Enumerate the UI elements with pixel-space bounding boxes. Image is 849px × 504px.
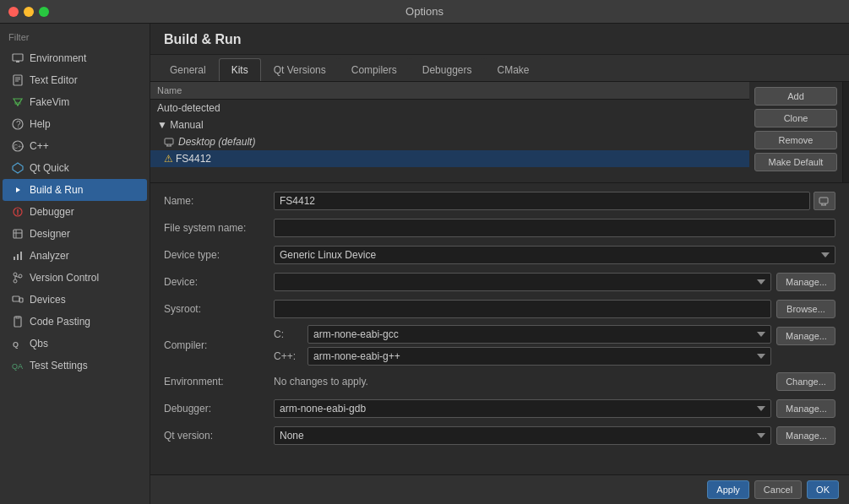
sidebar-item-label: Help bbox=[30, 118, 51, 130]
designer-icon bbox=[11, 227, 24, 241]
bottom-bar: Apply Cancel OK bbox=[150, 474, 849, 504]
sidebar-item-label: Qt Quick bbox=[30, 162, 69, 174]
svg-text:vim: vim bbox=[14, 100, 21, 106]
make-default-button[interactable]: Make Default bbox=[754, 153, 837, 171]
sidebar-item-text-editor[interactable]: Text Editor bbox=[3, 69, 147, 91]
sidebar-item-label: Environment bbox=[30, 52, 86, 64]
sidebar-item-label: Qbs bbox=[30, 338, 48, 350]
sysroot-input[interactable] bbox=[274, 300, 771, 318]
fakevim-icon: vim bbox=[11, 95, 24, 109]
build-icon bbox=[11, 183, 24, 197]
clone-kit-button[interactable]: Clone bbox=[754, 109, 837, 127]
name-field-group bbox=[274, 192, 835, 210]
sidebar-item-version-control[interactable]: Version Control bbox=[3, 267, 147, 289]
file-system-name-input[interactable] bbox=[274, 219, 835, 237]
tab-debuggers[interactable]: Debuggers bbox=[410, 58, 485, 81]
name-input[interactable] bbox=[274, 192, 810, 210]
sidebar-item-test-settings[interactable]: QA Test Settings bbox=[3, 355, 147, 377]
compiler-manage-button[interactable]: Manage... bbox=[776, 327, 835, 345]
svg-text:?: ? bbox=[16, 120, 21, 129]
device-label: Device: bbox=[164, 276, 274, 288]
svg-rect-18 bbox=[14, 230, 22, 238]
sidebar-item-label: Version Control bbox=[30, 272, 99, 284]
svg-rect-31 bbox=[16, 317, 19, 318]
remove-kit-button[interactable]: Remove bbox=[754, 131, 837, 149]
test-settings-icon: QA bbox=[11, 359, 24, 372]
sidebar-item-fakevim[interactable]: vim FakeVim bbox=[3, 91, 147, 113]
svg-rect-28 bbox=[13, 296, 19, 301]
kit-item-auto-detected[interactable]: Auto-detected bbox=[150, 100, 749, 117]
kit-names-panel: Name Auto-detected ▼ Manual Desktop (def… bbox=[150, 82, 749, 182]
tab-cmake[interactable]: CMake bbox=[484, 58, 542, 81]
device-manage-button[interactable]: Manage... bbox=[776, 273, 835, 291]
tab-qt-versions[interactable]: Qt Versions bbox=[261, 58, 339, 81]
file-system-name-row: File system name: bbox=[164, 217, 835, 239]
sidebar-item-build-run[interactable]: Build & Run bbox=[3, 179, 147, 201]
tabs-bar: General Kits Qt Versions Compilers Debug… bbox=[150, 55, 849, 82]
debugger-select[interactable]: arm-none-eabi-gdb bbox=[274, 399, 771, 418]
device-type-row: Device type: Generic Linux Device bbox=[164, 244, 835, 266]
compiler-c-select[interactable]: arm-none-eabi-gcc bbox=[307, 325, 771, 344]
compiler-cpp-select[interactable]: arm-none-eabi-g++ bbox=[307, 347, 771, 366]
ok-button[interactable]: OK bbox=[807, 480, 839, 499]
sidebar-item-debugger[interactable]: Debugger bbox=[3, 201, 147, 223]
tab-kits[interactable]: Kits bbox=[219, 58, 261, 81]
qt-version-select[interactable]: None bbox=[274, 426, 771, 445]
monitor-icon-button[interactable] bbox=[814, 192, 835, 210]
kit-item-desktop[interactable]: Desktop (default) bbox=[150, 133, 749, 150]
sidebar-item-devices[interactable]: Devices bbox=[3, 289, 147, 311]
tab-general[interactable]: General bbox=[157, 58, 219, 81]
svg-point-17 bbox=[17, 214, 19, 215]
add-kit-button[interactable]: Add bbox=[754, 87, 837, 106]
compiler-c-label: C: bbox=[274, 328, 302, 340]
sidebar-item-designer[interactable]: Designer bbox=[3, 223, 147, 245]
sidebar-item-qt-quick[interactable]: Qt Quick bbox=[3, 157, 147, 179]
sidebar-item-code-pasting[interactable]: Code Pasting bbox=[3, 311, 147, 333]
qbs-icon: Q bbox=[11, 337, 24, 350]
compiler-row: Compiler: C: arm-none-eabi-gcc C++: arm-… bbox=[164, 325, 835, 366]
tab-compilers[interactable]: Compilers bbox=[339, 58, 410, 81]
svg-text:C++: C++ bbox=[14, 144, 24, 149]
kit-item-fs4412[interactable]: ⚠FS4412 bbox=[150, 150, 749, 167]
window-controls[interactable] bbox=[8, 7, 49, 17]
maximize-button[interactable] bbox=[39, 7, 49, 17]
sidebar-item-cpp[interactable]: C++ C++ bbox=[3, 135, 147, 157]
compiler-cpp-label: C++: bbox=[274, 350, 302, 362]
close-button[interactable] bbox=[8, 7, 19, 17]
debugger-row: Debugger: arm-none-eabi-gdb Manage... bbox=[164, 398, 835, 420]
debugger-manage-button[interactable]: Manage... bbox=[776, 399, 835, 418]
kit-list-section: Name Auto-detected ▼ Manual Desktop (def… bbox=[150, 82, 849, 183]
sidebar-item-label: FakeVim bbox=[30, 96, 69, 108]
sidebar-item-analyzer[interactable]: Analyzer bbox=[3, 245, 147, 267]
expand-icon: ▼ bbox=[157, 119, 170, 131]
qt-quick-icon bbox=[11, 161, 24, 175]
text-editor-icon bbox=[11, 73, 24, 87]
sidebar-item-label: Designer bbox=[30, 228, 70, 240]
environment-change-button[interactable]: Change... bbox=[776, 372, 835, 391]
minimize-button[interactable] bbox=[24, 7, 34, 17]
qt-version-manage-button[interactable]: Manage... bbox=[776, 426, 835, 445]
device-select[interactable] bbox=[274, 273, 771, 291]
device-type-select[interactable]: Generic Linux Device bbox=[274, 246, 835, 264]
svg-rect-1 bbox=[16, 61, 19, 62]
monitor-icon bbox=[11, 51, 24, 65]
sysroot-browse-button[interactable]: Browse... bbox=[776, 300, 835, 318]
main-layout: Filter Environment Text Editor vim FakeV… bbox=[0, 24, 849, 504]
sidebar-item-environment[interactable]: Environment bbox=[3, 47, 147, 69]
sidebar-item-qbs[interactable]: Q Qbs bbox=[3, 333, 147, 355]
name-label: Name: bbox=[164, 195, 274, 207]
svg-marker-12 bbox=[13, 163, 23, 173]
qt-version-row: Qt version: None Manage... bbox=[164, 425, 835, 447]
apply-button[interactable]: Apply bbox=[707, 480, 749, 499]
sidebar-item-help[interactable]: ? Help bbox=[3, 113, 147, 135]
debugger-label: Debugger: bbox=[164, 403, 274, 415]
scrollbar-track[interactable] bbox=[842, 82, 849, 182]
cancel-button[interactable]: Cancel bbox=[754, 480, 802, 499]
sidebar-item-label: Analyzer bbox=[30, 250, 69, 262]
help-icon: ? bbox=[11, 117, 24, 131]
svg-rect-2 bbox=[14, 75, 22, 85]
kit-item-manual[interactable]: ▼ Manual bbox=[150, 117, 749, 133]
device-row: Device: Manage... bbox=[164, 271, 835, 293]
title-bar: Options bbox=[0, 0, 849, 24]
cpp-icon: C++ bbox=[11, 139, 24, 153]
